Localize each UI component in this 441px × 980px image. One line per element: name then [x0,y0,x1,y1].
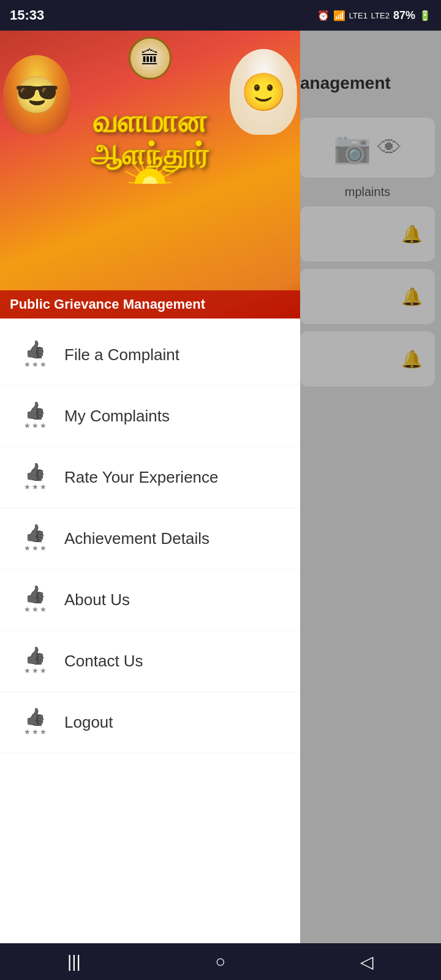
nav-menu-button[interactable]: ||| [49,946,99,978]
battery-level: 87% [393,9,415,22]
star-14: ★ [32,605,39,614]
wifi-icon: 📶 [333,10,345,21]
menu-item-logout[interactable]: 👍 ★ ★ ★ Logout [0,692,300,753]
stars-row-7: ★ ★ ★ [24,728,47,736]
navigation-drawer: 🏛 😎 🙂 வளமான ஆளந்தூர் [0,31,300,943]
drawer-menu: 👍 ★ ★ ★ File a Complaint 👍 ★ ★ ★ My Comp… [0,318,300,943]
signal2-label: LTE2 [371,11,390,20]
my-complaints-icon-container: 👍 ★ ★ ★ [18,399,52,433]
star-17: ★ [32,666,39,675]
menu-item-achievement-details[interactable]: 👍 ★ ★ ★ Achievement Details [0,508,300,570]
signal1-label: LTE1 [349,11,368,20]
emblem-symbol: 🏛 [141,48,159,69]
drawer-header: 🏛 😎 🙂 வளமான ஆளந்தூர் [0,31,300,318]
star-6: ★ [40,421,47,430]
star-1: ★ [24,360,31,369]
nav-home-button[interactable]: ○ [197,946,244,978]
star-9: ★ [40,483,47,491]
star-2: ★ [32,360,39,369]
star-4: ★ [24,421,31,430]
sun-graphic [126,153,175,184]
thumbs-up-icon-1: 👍 [24,341,46,358]
battery-icon: 🔋 [419,10,431,21]
star-16: ★ [24,666,31,675]
bottom-navigation: ||| ○ ◁ [0,943,441,980]
tn-emblem: 🏛 [129,37,172,80]
status-icons: ⏰ 📶 LTE1 LTE2 87% 🔋 [317,9,431,22]
thumbs-up-icon-2: 👍 [24,402,46,420]
file-complaint-label: File a Complaint [64,345,179,364]
achievement-icon-container: 👍 ★ ★ ★ [18,522,52,556]
about-us-icon-container: 👍 ★ ★ ★ [18,583,52,617]
star-20: ★ [32,728,39,736]
about-us-label: About Us [64,590,130,609]
pgm-label: Public Grievance Management [0,290,300,318]
star-11: ★ [32,544,39,552]
stars-row-3: ★ ★ ★ [24,483,47,491]
nav-back-button[interactable]: ◁ [342,946,392,978]
menu-item-my-complaints[interactable]: 👍 ★ ★ ★ My Complaints [0,386,300,447]
achievement-details-label: Achievement Details [64,529,209,548]
stars-row-5: ★ ★ ★ [24,605,47,614]
thumbs-up-icon-6: 👍 [24,647,46,665]
stars-row-4: ★ ★ ★ [24,544,47,552]
star-21: ★ [40,728,47,736]
thumbs-up-icon-4: 👍 [24,525,46,542]
menu-item-rate-experience[interactable]: 👍 ★ ★ ★ Rate Your Experience [0,447,300,508]
drawer-overlay[interactable] [300,31,441,943]
status-time: 15:33 [10,7,44,23]
star-19: ★ [24,728,31,736]
star-18: ★ [40,666,47,675]
tamil-line-1: வளமான [12,104,288,139]
thumbs-up-icon-3: 👍 [24,464,46,481]
file-complaint-icon-container: 👍 ★ ★ ★ [18,338,52,372]
contact-us-icon-container: 👍 ★ ★ ★ [18,644,52,678]
thumbs-up-icon-7: 👍 [24,709,46,726]
star-3: ★ [40,360,47,369]
status-bar: 15:33 ⏰ 📶 LTE1 LTE2 87% 🔋 [0,0,441,31]
logout-icon-container: 👍 ★ ★ ★ [18,706,52,739]
star-7: ★ [24,483,31,491]
star-10: ★ [24,544,31,552]
star-8: ★ [32,483,39,491]
rate-experience-icon-container: 👍 ★ ★ ★ [18,461,52,494]
star-12: ★ [40,544,47,552]
alarm-icon: ⏰ [317,10,330,21]
logout-label: Logout [64,713,113,732]
stars-row-1: ★ ★ ★ [24,360,47,369]
menu-item-file-complaint[interactable]: 👍 ★ ★ ★ File a Complaint [0,325,300,386]
stars-row-2: ★ ★ ★ [24,421,47,430]
menu-item-about-us[interactable]: 👍 ★ ★ ★ About Us [0,570,300,631]
my-complaints-label: My Complaints [64,407,170,426]
star-13: ★ [24,605,31,614]
rate-experience-label: Rate Your Experience [64,468,219,487]
thumbs-up-icon-5: 👍 [24,586,46,603]
star-15: ★ [40,605,47,614]
stars-row-6: ★ ★ ★ [24,666,47,675]
contact-us-label: Contact Us [64,652,143,671]
star-5: ★ [32,421,39,430]
menu-item-contact-us[interactable]: 👍 ★ ★ ★ Contact Us [0,631,300,692]
